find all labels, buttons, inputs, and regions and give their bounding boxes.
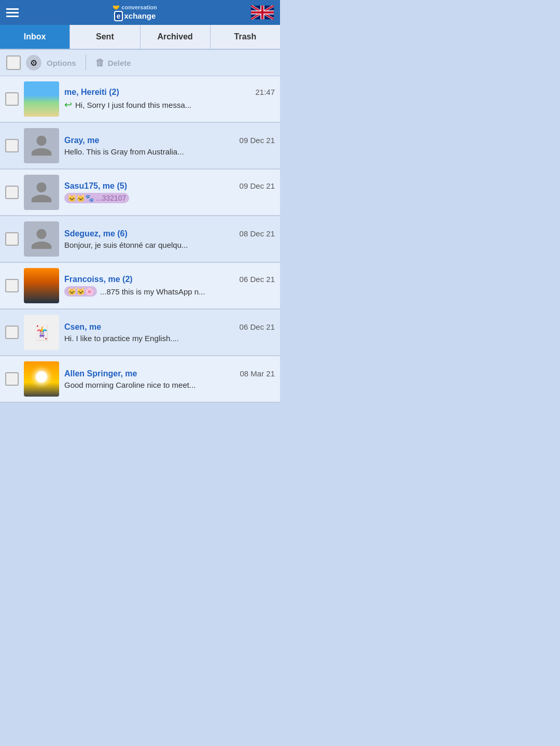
message-content: me, Hereiti (2) 21:47 ↩ Hi, Sorry I just…: [64, 81, 275, 117]
message-content: Sdeguez, me (6) 08 Dec 21 Bonjour, je su…: [64, 221, 275, 257]
sticker-badge: 🐱🐱🌸: [64, 286, 97, 297]
tab-inbox[interactable]: Inbox: [0, 25, 70, 49]
avatar: [24, 175, 59, 210]
delete-label: Delete: [108, 59, 131, 67]
trash-icon: 🗑: [95, 58, 105, 68]
message-sender: Sdeguez, me (6): [64, 229, 128, 238]
tab-trash[interactable]: Trash: [211, 25, 280, 49]
e-box-icon: e: [114, 11, 123, 21]
language-flag-icon[interactable]: [251, 5, 274, 20]
message-preview: Hello. This is Gray from Australia...: [64, 147, 184, 156]
list-item[interactable]: Gray, me 09 Dec 21 Hello. This is Gray f…: [0, 123, 280, 170]
sticker-badge: 🐱🐱🐾 ...332107: [64, 193, 129, 203]
message-time: 21:47: [255, 88, 275, 96]
message-sender: Csen, me: [64, 322, 101, 332]
sun-decoration: [36, 371, 47, 383]
hamburger-menu-button[interactable]: [6, 8, 19, 17]
list-item[interactable]: Francoiss, me (2) 06 Dec 21 🐱🐱🌸 ...875 t…: [0, 263, 280, 309]
message-preview: ...875 this is my WhatsApp n...: [100, 287, 205, 296]
options-gear-icon[interactable]: ⚙: [26, 55, 41, 71]
message-time: 09 Dec 21: [240, 136, 275, 145]
message-checkbox[interactable]: [5, 279, 19, 292]
message-time: 09 Dec 21: [240, 181, 275, 190]
message-preview: Bonjour, je suis étonné car quelqu...: [64, 241, 188, 249]
logo-top-text: 🤝 conversation: [113, 4, 157, 11]
message-checkbox[interactable]: [5, 186, 19, 199]
message-checkbox[interactable]: [5, 372, 19, 386]
avatar: [24, 361, 59, 397]
message-content: Allen Springer, me 08 Mar 21 Good mornin…: [64, 361, 275, 397]
message-preview: Hi. I like to practice my English....: [64, 334, 179, 343]
list-item[interactable]: Sasu175, me (5) 09 Dec 21 🐱🐱🐾 ...332107: [0, 170, 280, 216]
avatar: [24, 221, 59, 257]
message-content: Gray, me 09 Dec 21 Hello. This is Gray f…: [64, 128, 275, 163]
message-time: 06 Dec 21: [240, 275, 275, 284]
delete-button[interactable]: 🗑 Delete: [95, 58, 131, 68]
message-sender: Allen Springer, me: [64, 369, 137, 378]
message-sender: me, Hereiti (2): [64, 88, 119, 97]
message-content: Francoiss, me (2) 06 Dec 21 🐱🐱🌸 ...875 t…: [64, 268, 275, 303]
list-item[interactable]: me, Hereiti (2) 21:47 ↩ Hi, Sorry I just…: [0, 76, 280, 123]
list-item[interactable]: Allen Springer, me 08 Mar 21 Good mornin…: [0, 356, 280, 403]
message-sender: Gray, me: [64, 136, 99, 145]
list-item[interactable]: Sdeguez, me (6) 08 Dec 21 Bonjour, je su…: [0, 216, 280, 263]
message-sender: Francoiss, me (2): [64, 275, 133, 284]
select-all-checkbox[interactable]: [6, 55, 21, 70]
message-toolbar: ⚙ Options 🗑 Delete: [0, 50, 280, 76]
toolbar-divider: [86, 55, 86, 71]
message-checkbox[interactable]: [5, 139, 19, 152]
message-time: 08 Mar 21: [240, 369, 275, 378]
message-content: Csen, me 06 Dec 21 Hi. I like to practic…: [64, 315, 275, 350]
message-content: Sasu175, me (5) 09 Dec 21 🐱🐱🐾 ...332107: [64, 175, 275, 210]
message-preview: Hi, Sorry I just found this messa...: [75, 101, 191, 109]
message-checkbox[interactable]: [5, 326, 19, 339]
avatar: [24, 128, 59, 163]
options-button[interactable]: Options: [47, 59, 76, 67]
tab-sent[interactable]: Sent: [70, 25, 140, 49]
message-checkbox[interactable]: [5, 232, 19, 246]
tab-bar: Inbox Sent Archived Trash: [0, 25, 280, 50]
avatar: [24, 81, 59, 117]
list-item[interactable]: 🃏 Csen, me 06 Dec 21 Hi. I like to pract…: [0, 309, 280, 356]
message-sender: Sasu175, me (5): [64, 181, 127, 191]
app-logo: 🤝 conversation e xchange: [113, 4, 157, 21]
message-preview: Good morning Caroline nice to meet...: [64, 381, 195, 389]
logo-bottom-text: xchange: [124, 11, 156, 20]
message-time: 08 Dec 21: [240, 229, 275, 238]
message-time: 06 Dec 21: [240, 322, 275, 331]
app-header: 🤝 conversation e xchange: [0, 0, 280, 25]
reply-arrow-icon: ↩: [64, 99, 72, 110]
tab-archived[interactable]: Archived: [141, 25, 211, 49]
avatar: 🃏: [24, 315, 59, 350]
message-checkbox[interactable]: [5, 92, 19, 106]
message-list: me, Hereiti (2) 21:47 ↩ Hi, Sorry I just…: [0, 76, 280, 403]
avatar: [24, 268, 59, 303]
